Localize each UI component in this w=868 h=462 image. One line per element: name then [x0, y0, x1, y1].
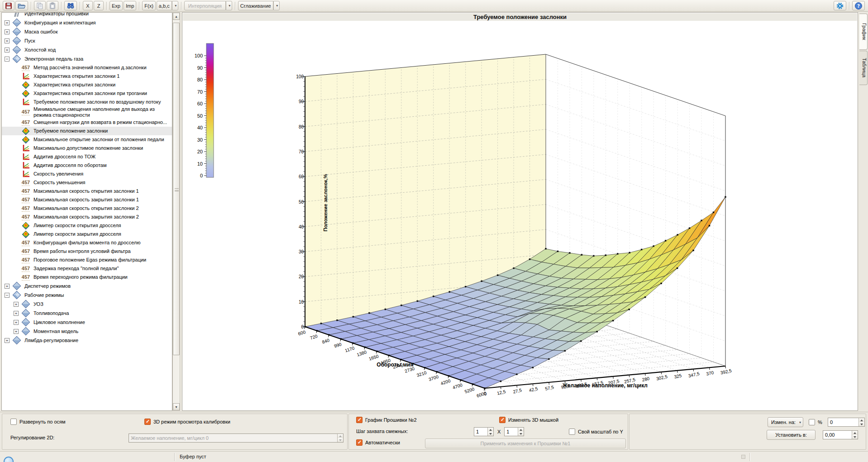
export-button[interactable]: Exp — [110, 1, 123, 10]
spin-down-button[interactable] — [488, 432, 493, 436]
surface-plot-3d[interactable]: 0102030405060708090100010203040506070809… — [182, 13, 858, 411]
auto-apply-checkbox[interactable] — [356, 439, 362, 446]
z-axis-button[interactable]: Z — [94, 1, 104, 10]
fx-button[interactable]: F(x) — [142, 1, 156, 10]
tree-item[interactable]: +Диспетчер режимов — [2, 281, 172, 291]
graph-firmware2-checkbox[interactable] — [356, 417, 362, 423]
tree-item[interactable]: 457Задержка перехода "полной педали" — [2, 264, 172, 273]
change-value-spinner[interactable]: 0 — [828, 418, 865, 427]
spin-up-button[interactable] — [852, 431, 858, 435]
tree-item[interactable]: Аддитив дросселя по ТОЖ — [2, 152, 172, 161]
settings-button[interactable] — [834, 1, 846, 10]
tree-item[interactable]: Аддитив дросселя по оборотам — [2, 161, 172, 170]
tree-item[interactable]: +Моментная модель — [2, 327, 172, 336]
grab-step-y-spinner[interactable]: 1 — [504, 427, 524, 436]
copy-button[interactable] — [34, 1, 46, 10]
abc-dropdown-button[interactable]: ▾ — [172, 1, 178, 10]
spin-down-button[interactable] — [338, 438, 343, 442]
collapse-icon[interactable]: − — [5, 57, 10, 62]
tree-item[interactable]: −Электронная педаль газа — [2, 54, 172, 63]
view-3d-checkbox[interactable] — [144, 419, 151, 425]
tree-item[interactable]: 457Смещения нагрузки для возврата в режи… — [2, 118, 172, 127]
spin-down-button[interactable] — [859, 422, 864, 426]
expand-icon[interactable]: + — [5, 20, 10, 25]
tree-item[interactable]: Лимитер скорости открытия дросселя — [2, 221, 172, 230]
spin-up-button[interactable] — [338, 434, 343, 438]
import-button[interactable]: Imp — [124, 1, 136, 10]
tree-item[interactable]: 457Максимальная скорость закрытия заслон… — [2, 213, 172, 221]
expand-icon[interactable]: + — [14, 320, 19, 325]
find-button[interactable] — [64, 1, 77, 10]
spin-down-button[interactable] — [852, 435, 858, 439]
tree-item[interactable]: −Рабочие режимы — [2, 291, 172, 300]
x-axis-button[interactable]: X — [83, 1, 93, 10]
tree-item[interactable]: 457Максимальная скорость закрытия заслон… — [2, 195, 172, 204]
open-button[interactable] — [15, 1, 28, 10]
tree-item[interactable]: 457Минимальное смещения наполнение для в… — [2, 106, 165, 118]
spin-up-button[interactable] — [518, 428, 524, 432]
tree-item[interactable]: Характеристика открытия заслонки — [2, 81, 172, 89]
tree-item[interactable]: 457Максимальная скорость открытия заслон… — [2, 204, 172, 213]
tree-item[interactable]: +УОЗ — [2, 300, 172, 309]
tree-item[interactable]: +Холостой ход — [2, 45, 172, 54]
set-value-spinner[interactable]: 0,00 — [823, 430, 858, 439]
apply-changes-button[interactable]: Применить изменения к Прошивки №1 — [425, 438, 626, 448]
grab-step-x-spinner[interactable]: 1 — [474, 427, 494, 436]
interpolation-button[interactable]: Интерполяция — [184, 1, 226, 10]
interpolation-dropdown-button[interactable]: ▾ — [226, 1, 232, 10]
spin-up-button[interactable] — [488, 428, 493, 432]
change-by-combo[interactable]: Измен. на: ▾ — [768, 417, 803, 427]
tree-item[interactable]: 457Время работы контроля условий фильтра — [2, 247, 172, 256]
tree-item[interactable]: Максимальное открытие заслонки от положе… — [2, 135, 172, 144]
tab-graph[interactable]: График — [859, 14, 868, 50]
expand-icon[interactable]: + — [5, 338, 10, 343]
tree-item[interactable]: Характеристика открытия заслонки при тро… — [2, 89, 172, 98]
collapse-icon[interactable]: − — [5, 293, 10, 298]
set-to-button[interactable]: Установить в: — [767, 430, 816, 440]
tree-scrollbar[interactable]: ▲ ▼ — [172, 12, 180, 411]
help-button[interactable]: ? — [852, 1, 865, 10]
tree-item[interactable]: Требуемое положение заслонки по воздушно… — [2, 98, 172, 106]
tree-item[interactable]: +Топливоподача — [2, 309, 172, 318]
tree-item[interactable]: Максимально допустимое положение заслонк… — [2, 144, 172, 152]
tree-item[interactable]: +Маска ошибок — [2, 27, 172, 36]
tree-item[interactable]: 457Пороговое положение Egas режима фильт… — [2, 256, 172, 264]
tree-item[interactable]: Скорость увеличения — [2, 170, 172, 178]
tree-item[interactable]: Характеристика открытия заслонки 1 — [2, 72, 172, 81]
expand-axes-checkbox[interactable] — [10, 419, 17, 425]
tree-item[interactable]: 457Конфигурация фильтра момента по дросс… — [2, 238, 172, 247]
tree-item[interactable]: +Пуск — [2, 36, 172, 45]
expand-icon[interactable]: + — [14, 311, 19, 316]
regulation-2d-spinner[interactable]: Желаемое наполнение, мг/цикл 0 — [129, 433, 343, 443]
tree-item[interactable]: Требуемое положение заслонки — [2, 127, 172, 135]
smoothing-dropdown-button[interactable]: ▾ — [273, 1, 280, 10]
expand-icon[interactable]: + — [5, 38, 10, 43]
tree-item[interactable]: 457Время переходного режима фильтрации — [2, 273, 172, 281]
edit-3d-mouse-checkbox[interactable] — [499, 417, 506, 423]
scroll-down-button[interactable]: ▼ — [173, 403, 180, 410]
tree-item[interactable]: 457Максимальная скорость открытия заслон… — [2, 187, 172, 195]
spin-up-button[interactable] — [859, 418, 864, 422]
tree-item[interactable]: 457Скорость уменьшения — [2, 178, 172, 187]
tree-item[interactable]: +Конфигурация и комплектация — [2, 18, 172, 27]
paste-button[interactable] — [47, 1, 58, 10]
tree-item[interactable]: +Лямбда-регулирование — [2, 336, 172, 345]
percent-checkbox[interactable] — [809, 419, 815, 425]
expand-icon[interactable]: + — [14, 329, 19, 334]
expand-icon[interactable]: + — [5, 284, 10, 289]
tree-item[interactable]: Лимитер скорости закрытия дросселя — [2, 230, 172, 238]
tree-item[interactable]: Идентификаторы прошивки — [2, 12, 172, 18]
scrollbar-thumb[interactable] — [173, 23, 180, 355]
abc-button[interactable]: a,b,c — [157, 1, 172, 10]
spin-down-button[interactable] — [518, 432, 524, 436]
expand-icon[interactable]: + — [5, 48, 10, 52]
smoothing-button[interactable]: Сглаживание — [238, 1, 273, 10]
tree-item[interactable]: +Цикловое наполнение — [2, 318, 172, 327]
save-button[interactable] — [3, 1, 14, 10]
expand-icon[interactable]: + — [14, 302, 19, 307]
own-y-scale-checkbox[interactable] — [569, 429, 575, 435]
scroll-up-button[interactable]: ▲ — [173, 13, 180, 20]
tab-table[interactable]: Таблица — [859, 51, 868, 85]
expand-icon[interactable]: + — [5, 29, 10, 34]
tree-item[interactable]: 457Метод рассчёта значений положения д.з… — [2, 63, 172, 72]
